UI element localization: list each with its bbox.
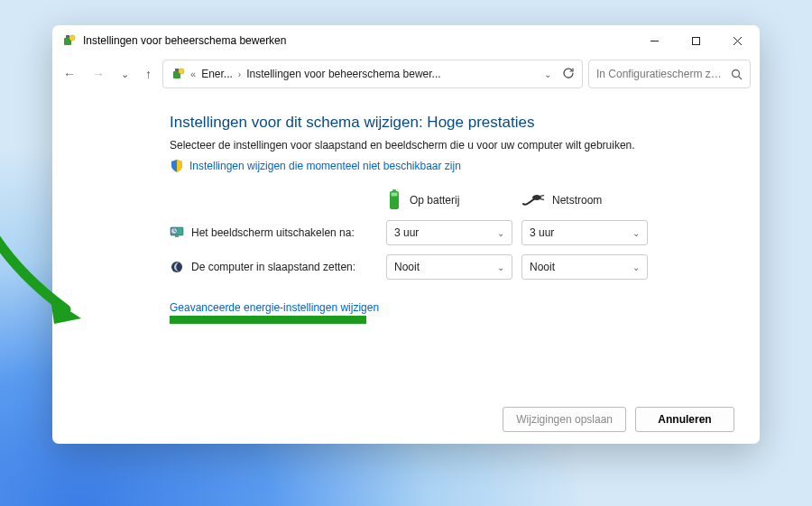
svg-rect-12: [392, 189, 396, 191]
moon-icon: [170, 260, 184, 274]
power-plan-icon: [61, 33, 76, 48]
row-label-sleep: De computer in slaapstand zetten:: [191, 261, 355, 273]
footer: Wijzigingen opslaan Annuleren: [52, 395, 760, 444]
back-button[interactable]: ←: [63, 67, 76, 81]
chevron-down-icon: ⌄: [497, 228, 504, 238]
titlebar: Instellingen voor beheerschema bewerken: [52, 25, 760, 56]
search-placeholder: In Configuratiescherm zoek...: [596, 68, 725, 80]
chevron-down-icon[interactable]: ⌄: [544, 69, 551, 79]
svg-rect-4: [692, 37, 699, 44]
close-button[interactable]: [716, 26, 758, 55]
advanced-power-settings-link[interactable]: Geavanceerde energie-instellingen wijzig…: [170, 301, 734, 314]
change-unavailable-settings-link[interactable]: Instellingen wijzigen die momenteel niet…: [189, 160, 461, 172]
breadcrumb-item[interactable]: Ener...: [201, 68, 233, 80]
svg-point-15: [532, 195, 541, 200]
svg-rect-14: [392, 193, 398, 197]
shield-icon: [170, 159, 184, 173]
page-subtext: Selecteer de instellingen voor slaapstan…: [170, 139, 734, 152]
search-input[interactable]: In Configuratiescherm zoek...: [588, 60, 751, 88]
column-battery: Op batterij: [386, 189, 521, 211]
search-icon: [731, 69, 743, 80]
nav-buttons: ← → ⌄ ↑: [61, 67, 157, 81]
monitor-icon: [170, 225, 184, 240]
svg-rect-8: [175, 69, 179, 71]
svg-rect-19: [175, 235, 179, 237]
svg-line-16: [540, 196, 544, 197]
battery-icon: [386, 189, 402, 211]
chevron-right-icon[interactable]: ›: [238, 69, 241, 79]
display-off-battery-dropdown[interactable]: 3 uur⌄: [386, 220, 512, 245]
up-button[interactable]: ↑: [145, 67, 152, 81]
svg-line-17: [540, 199, 544, 200]
column-plugged: Netstroom: [521, 193, 657, 207]
address-bar[interactable]: « Ener... › Instellingen voor beheersche…: [162, 60, 583, 88]
annotation-underline: [170, 316, 366, 324]
display-off-plugged-dropdown[interactable]: 3 uur⌄: [521, 220, 648, 245]
minimize-button[interactable]: [633, 26, 675, 55]
forward-button[interactable]: →: [92, 67, 105, 81]
maximize-button[interactable]: [675, 26, 716, 55]
breadcrumb-overflow[interactable]: «: [190, 69, 196, 79]
refresh-button[interactable]: [562, 67, 575, 82]
chevron-down-icon: ⌄: [632, 262, 640, 272]
window-title: Instellingen voor beheerschema bewerken: [83, 34, 633, 47]
chevron-down-icon: ⌄: [497, 262, 504, 272]
page-heading: Instellingen voor dit schema wijzigen: H…: [170, 114, 734, 132]
cancel-button[interactable]: Annuleren: [635, 407, 734, 432]
plug-icon: [521, 193, 545, 207]
svg-point-9: [179, 69, 184, 74]
recent-locations-button[interactable]: ⌄: [121, 69, 129, 80]
annotation-arrow: [0, 219, 97, 327]
power-plan-icon: [171, 67, 185, 81]
row-label-display: Het beeldscherm uitschakelen na:: [191, 226, 355, 239]
svg-point-2: [69, 35, 75, 41]
save-button[interactable]: Wijzigingen opslaan: [503, 407, 626, 432]
sleep-plugged-dropdown[interactable]: Nooit⌄: [521, 254, 648, 280]
sleep-battery-dropdown[interactable]: Nooit⌄: [386, 254, 512, 280]
svg-line-11: [739, 76, 743, 79]
breadcrumb-item[interactable]: Instellingen voor beheerschema bewer...: [246, 68, 440, 80]
svg-rect-1: [66, 35, 69, 38]
content-area: Instellingen voor dit schema wijzigen: H…: [52, 97, 760, 395]
chevron-down-icon: ⌄: [632, 228, 640, 238]
toolbar: ← → ⌄ ↑ « Ener... › Instellingen voor be…: [52, 56, 760, 97]
control-panel-window: Instellingen voor beheerschema bewerken …: [52, 25, 760, 444]
svg-point-10: [733, 69, 740, 77]
